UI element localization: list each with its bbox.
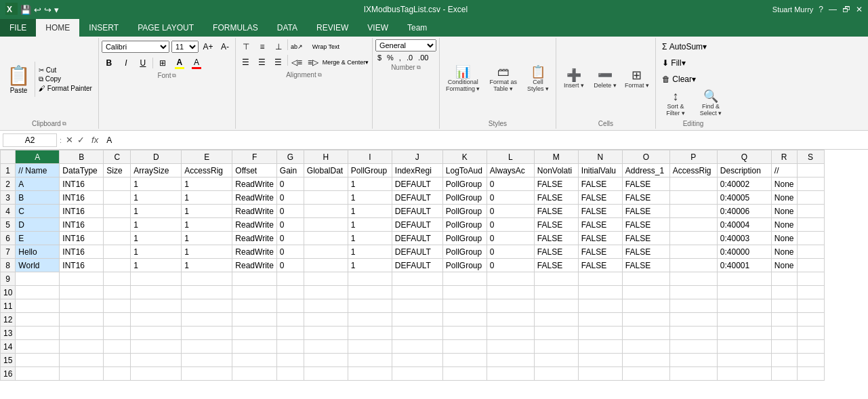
col-header-S[interactable]: S <box>797 150 824 164</box>
col-header-N[interactable]: N <box>578 150 622 164</box>
save-icon[interactable]: 💾 <box>20 5 31 15</box>
cell-D10[interactable] <box>131 286 182 299</box>
font-color-button[interactable]: A <box>189 56 204 70</box>
cell-C1[interactable]: Size <box>104 164 131 177</box>
cell-Q4[interactable]: 0:40006 <box>717 205 771 218</box>
cell-I7[interactable]: 1 <box>348 245 392 259</box>
col-header-K[interactable]: K <box>442 150 487 164</box>
cell-Q15[interactable] <box>717 354 771 367</box>
cell-K3[interactable]: PollGroup <box>442 191 487 205</box>
align-bottom-button[interactable]: ⊥ <box>271 39 286 54</box>
cell-E15[interactable] <box>182 354 232 367</box>
cell-S14[interactable] <box>797 340 824 354</box>
cell-P6[interactable] <box>669 232 717 245</box>
cell-A12[interactable] <box>16 313 60 327</box>
align-middle-button[interactable]: ≡ <box>255 39 270 54</box>
cell-H6[interactable] <box>304 232 348 245</box>
cs-dropdown[interactable]: ▾ <box>545 85 549 92</box>
col-header-C[interactable]: C <box>104 150 131 164</box>
cell-B11[interactable] <box>60 299 104 313</box>
format-button[interactable]: ⊞ Format ▾ <box>621 59 653 100</box>
cell-D11[interactable] <box>131 299 182 313</box>
cell-A4[interactable]: C <box>16 205 60 218</box>
cell-J7[interactable]: DEFAULT <box>392 245 442 259</box>
cell-H16[interactable] <box>304 367 348 381</box>
cell-E4[interactable]: 1 <box>182 205 232 218</box>
cell-P14[interactable] <box>669 340 717 354</box>
cell-L10[interactable] <box>487 286 534 299</box>
col-header-M[interactable]: M <box>534 150 578 164</box>
autosum-button[interactable]: Σ AutoSum ▾ <box>659 39 713 54</box>
insert-button[interactable]: ➕ Insert ▾ <box>559 59 589 100</box>
cell-Q5[interactable]: 0:40004 <box>717 218 771 232</box>
cell-P13[interactable] <box>669 327 717 340</box>
cell-N10[interactable] <box>578 286 622 299</box>
cell-M13[interactable] <box>534 327 578 340</box>
cell-D9[interactable] <box>131 272 182 286</box>
cell-M11[interactable] <box>534 299 578 313</box>
font-size-select[interactable]: 11 <box>171 41 199 53</box>
cell-J10[interactable] <box>392 286 442 299</box>
currency-button[interactable]: $ <box>375 53 384 62</box>
cell-M10[interactable] <box>534 286 578 299</box>
cell-G11[interactable] <box>276 299 304 313</box>
cell-H5[interactable] <box>304 218 348 232</box>
cell-P10[interactable] <box>669 286 717 299</box>
cell-S11[interactable] <box>797 299 824 313</box>
cell-E2[interactable]: 1 <box>182 177 232 191</box>
cell-K9[interactable] <box>442 272 487 286</box>
cell-J13[interactable] <box>392 327 442 340</box>
cell-B2[interactable]: INT16 <box>60 177 104 191</box>
cell-A10[interactable] <box>16 286 60 299</box>
cell-O14[interactable] <box>622 340 669 354</box>
name-box[interactable] <box>3 133 57 147</box>
col-header-G[interactable]: G <box>276 150 304 164</box>
cell-H10[interactable] <box>304 286 348 299</box>
cell-F1[interactable]: Offset <box>232 164 276 177</box>
cell-R12[interactable] <box>771 313 797 327</box>
find-dropdown[interactable]: ▾ <box>718 110 722 117</box>
cell-S7[interactable] <box>797 245 824 259</box>
cell-F9[interactable] <box>232 272 276 286</box>
cell-I1[interactable]: PollGroup <box>348 164 392 177</box>
sheet-scroll-area[interactable]: A B C D E F G H I J K L M N O P Q <box>0 150 868 399</box>
cell-L13[interactable] <box>487 327 534 340</box>
cell-R5[interactable]: None <box>771 218 797 232</box>
cell-F11[interactable] <box>232 299 276 313</box>
tab-formulas[interactable]: FORMULAS <box>203 19 268 37</box>
cell-E6[interactable]: 1 <box>182 232 232 245</box>
col-header-F[interactable]: F <box>232 150 276 164</box>
cell-S16[interactable] <box>797 367 824 381</box>
cell-Q9[interactable] <box>717 272 771 286</box>
cell-H13[interactable] <box>304 327 348 340</box>
col-header-O[interactable]: O <box>622 150 669 164</box>
cell-M7[interactable]: FALSE <box>534 245 578 259</box>
cell-J12[interactable] <box>392 313 442 327</box>
cancel-formula-button[interactable]: ✕ <box>64 135 75 145</box>
cell-I2[interactable]: 1 <box>348 177 392 191</box>
cell-S8[interactable] <box>797 259 824 272</box>
cell-A8[interactable]: World <box>16 259 60 272</box>
cell-C14[interactable] <box>104 340 131 354</box>
cell-E14[interactable] <box>182 340 232 354</box>
cell-L12[interactable] <box>487 313 534 327</box>
cell-L7[interactable]: 0 <box>487 245 534 259</box>
help-icon[interactable]: ? <box>819 5 823 14</box>
cell-I9[interactable] <box>348 272 392 286</box>
cell-E10[interactable] <box>182 286 232 299</box>
cell-A7[interactable]: Hello <box>16 245 60 259</box>
cell-D2[interactable]: 1 <box>131 177 182 191</box>
cell-I14[interactable] <box>348 340 392 354</box>
cell-R16[interactable] <box>771 367 797 381</box>
cell-B15[interactable] <box>60 354 104 367</box>
cell-O15[interactable] <box>622 354 669 367</box>
delete-dropdown[interactable]: ▾ <box>613 82 617 89</box>
cell-S5[interactable] <box>797 218 824 232</box>
cell-D12[interactable] <box>131 313 182 327</box>
cell-O11[interactable] <box>622 299 669 313</box>
cell-O1[interactable]: Address_1 <box>622 164 669 177</box>
confirm-formula-button[interactable]: ✓ <box>76 135 86 145</box>
cell-D8[interactable]: 1 <box>131 259 182 272</box>
cell-S13[interactable] <box>797 327 824 340</box>
cell-K5[interactable]: PollGroup <box>442 218 487 232</box>
